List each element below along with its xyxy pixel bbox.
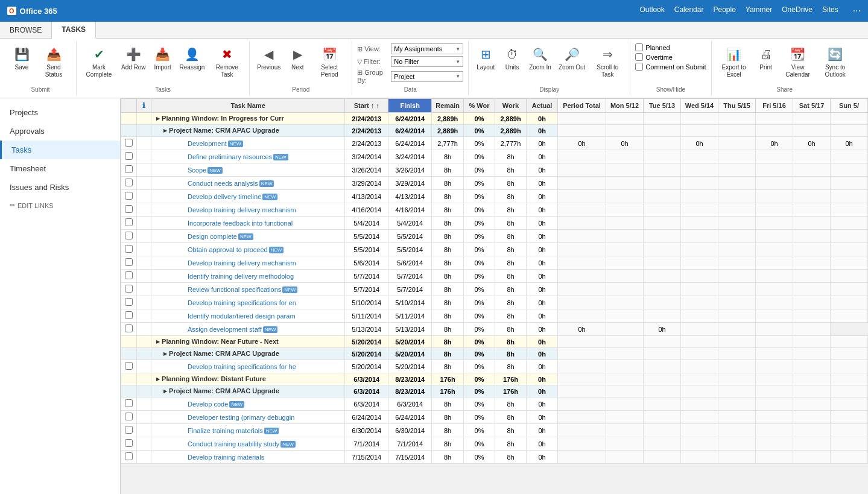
task-checkbox[interactable] — [125, 271, 133, 279]
day-cell[interactable] — [756, 243, 793, 256]
day-cell[interactable] — [756, 203, 793, 217]
tab-browse[interactable]: BROWSE — [0, 22, 52, 38]
tab-tasks[interactable]: TASKS — [52, 22, 96, 39]
nav-outlook[interactable]: Outlook — [639, 5, 664, 16]
nav-sites[interactable]: Sites — [822, 5, 838, 16]
day-cell[interactable] — [644, 397, 681, 411]
day-cell[interactable] — [681, 451, 718, 464]
day-cell[interactable] — [644, 385, 681, 397]
day-cell[interactable] — [756, 125, 793, 137]
day-cell[interactable] — [681, 256, 718, 270]
day-cell[interactable] — [681, 177, 718, 190]
day-cell[interactable] — [644, 177, 681, 190]
day-cell[interactable] — [756, 270, 793, 283]
task-checkbox[interactable] — [125, 179, 133, 186]
task-link[interactable]: Develop training delivery mechanism — [188, 206, 296, 214]
select-period-button[interactable]: 📅 Select Period — [312, 43, 347, 80]
task-checkbox[interactable] — [125, 426, 133, 434]
nav-calendar[interactable]: Calendar — [674, 5, 704, 16]
day-cell[interactable] — [718, 336, 756, 348]
day-cell[interactable] — [644, 437, 681, 451]
task-link[interactable]: Develop delivery timeline — [188, 193, 261, 200]
col-header-thu[interactable]: Thu 5/15 — [718, 99, 756, 113]
day-cell[interactable] — [831, 203, 868, 217]
day-cell[interactable] — [756, 424, 793, 437]
col-header-sat[interactable]: Sat 5/17 — [793, 99, 831, 113]
day-cell[interactable] — [718, 283, 756, 296]
day-cell[interactable] — [644, 150, 681, 163]
day-cell[interactable] — [681, 190, 718, 203]
mark-complete-button[interactable]: ✔ Mark Complete — [81, 43, 116, 80]
day-cell[interactable] — [831, 348, 868, 360]
day-cell[interactable] — [718, 397, 756, 411]
day-cell[interactable] — [606, 203, 644, 217]
day-cell[interactable] — [606, 163, 644, 177]
day-cell[interactable] — [606, 437, 644, 451]
day-cell[interactable]: 0h — [756, 137, 793, 150]
day-cell[interactable] — [831, 150, 868, 163]
day-cell[interactable] — [606, 256, 644, 270]
day-cell[interactable] — [718, 411, 756, 424]
day-cell[interactable] — [793, 451, 831, 464]
day-cell[interactable] — [793, 177, 831, 190]
day-cell[interactable] — [793, 217, 831, 230]
day-cell[interactable] — [793, 336, 831, 348]
day-cell[interactable] — [718, 451, 756, 464]
day-cell[interactable] — [606, 385, 644, 397]
day-cell[interactable] — [718, 177, 756, 190]
day-cell[interactable] — [831, 373, 868, 385]
day-cell[interactable] — [831, 424, 868, 437]
print-button[interactable]: 🖨 Print — [754, 43, 778, 72]
day-cell[interactable] — [606, 150, 644, 163]
task-checkbox[interactable] — [125, 165, 133, 173]
day-cell[interactable] — [793, 348, 831, 360]
day-cell[interactable] — [718, 385, 756, 397]
day-cell[interactable] — [606, 125, 644, 137]
day-cell[interactable] — [644, 243, 681, 256]
day-cell[interactable] — [606, 243, 644, 256]
col-header-fri[interactable]: Fri 5/16 — [756, 99, 793, 113]
day-cell[interactable] — [793, 243, 831, 256]
day-cell[interactable] — [793, 437, 831, 451]
task-checkbox[interactable] — [125, 325, 133, 332]
day-cell[interactable] — [793, 309, 831, 323]
task-link[interactable]: Develop training specifications for en — [188, 299, 296, 306]
day-cell[interactable] — [793, 190, 831, 203]
day-cell[interactable] — [606, 177, 644, 190]
task-link[interactable]: Conduct needs analysis — [188, 180, 258, 187]
day-cell[interactable] — [831, 217, 868, 230]
day-cell[interactable] — [756, 373, 793, 385]
day-cell[interactable] — [831, 411, 868, 424]
day-cell[interactable] — [793, 323, 831, 336]
task-link[interactable]: Finalize training materials — [188, 427, 263, 434]
day-cell[interactable] — [831, 256, 868, 270]
day-cell[interactable] — [756, 397, 793, 411]
day-cell[interactable] — [644, 230, 681, 243]
task-link[interactable]: Developer testing (primary debuggin — [188, 414, 294, 421]
task-link[interactable]: Design complete — [188, 233, 237, 240]
day-cell[interactable] — [718, 217, 756, 230]
day-cell[interactable] — [644, 451, 681, 464]
day-cell[interactable] — [831, 270, 868, 283]
task-checkbox[interactable] — [125, 285, 133, 293]
day-cell[interactable] — [793, 150, 831, 163]
day-cell[interactable] — [718, 203, 756, 217]
day-cell[interactable] — [681, 125, 718, 137]
day-cell[interactable] — [756, 150, 793, 163]
day-cell[interactable] — [718, 373, 756, 385]
day-cell[interactable]: 0h — [644, 323, 681, 336]
day-cell[interactable] — [681, 113, 718, 125]
sidebar-item-timesheet[interactable]: Timesheet — [0, 159, 120, 178]
day-cell[interactable] — [681, 230, 718, 243]
nav-people[interactable]: People — [713, 5, 735, 16]
task-checkbox[interactable] — [125, 298, 133, 306]
day-cell[interactable] — [644, 270, 681, 283]
day-cell[interactable] — [756, 190, 793, 203]
task-checkbox[interactable] — [125, 311, 133, 319]
task-link[interactable]: Identify training delivery methodolog — [188, 273, 294, 280]
edit-links-button[interactable]: ✏ EDIT LINKS — [0, 197, 120, 214]
day-cell[interactable] — [831, 397, 868, 411]
layout-button[interactable]: ⊞ Layout — [474, 43, 498, 72]
day-cell[interactable] — [756, 283, 793, 296]
task-checkbox[interactable] — [125, 139, 133, 147]
